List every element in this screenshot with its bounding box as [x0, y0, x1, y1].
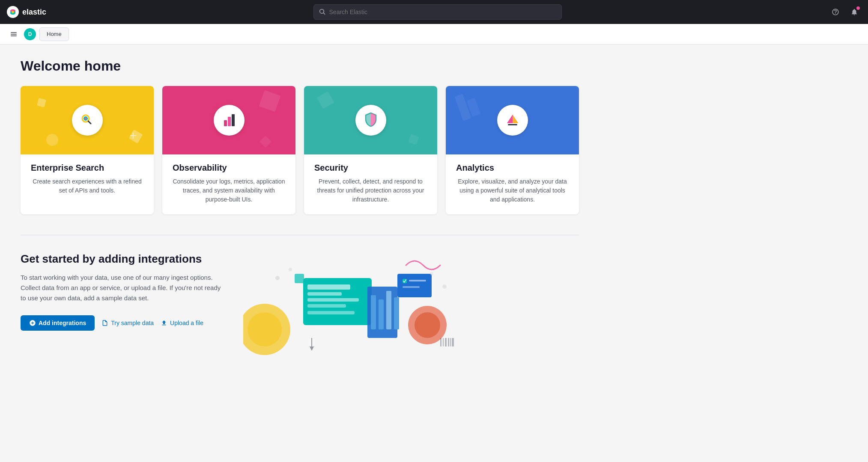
upload-icon: [161, 320, 167, 326]
svg-rect-22: [307, 311, 355, 314]
svg-point-46: [430, 272, 433, 275]
security-icon: [362, 111, 380, 129]
svg-rect-11: [232, 114, 235, 126]
hamburger-icon: [10, 30, 18, 38]
svg-point-3: [12, 11, 14, 13]
svg-point-7: [84, 118, 87, 120]
enterprise-search-icon-circle: [72, 105, 103, 136]
search-icon: [319, 9, 326, 15]
security-desc: Prevent, collect, detect, and respond to…: [314, 177, 427, 204]
search-bar-wrapper: [53, 4, 822, 20]
svg-rect-25: [379, 299, 384, 329]
svg-point-43: [275, 276, 280, 280]
security-icon-circle: [355, 105, 386, 136]
product-card-security[interactable]: Security Prevent, collect, detect, and r…: [304, 86, 437, 214]
enterprise-search-body: Enterprise Search Create search experien…: [21, 154, 154, 205]
analytics-body: Analytics Explore, visualize, and analyz…: [446, 154, 579, 214]
help-button[interactable]: [829, 5, 842, 19]
try-sample-data-button[interactable]: Try sample data: [101, 320, 154, 326]
product-card-analytics[interactable]: Analytics Explore, visualize, and analyz…: [446, 86, 579, 214]
card-image-security: [304, 86, 437, 154]
search-input[interactable]: [329, 9, 556, 15]
svg-point-33: [415, 312, 440, 338]
help-icon: [832, 8, 839, 16]
svg-rect-21: [307, 304, 346, 308]
card-image-analytics: [446, 86, 579, 154]
integrations-text: Get started by adding integrations To st…: [21, 252, 226, 331]
app-header: elastic: [0, 0, 868, 24]
elastic-logo[interactable]: elastic: [7, 6, 46, 18]
integrations-title: Get started by adding integrations: [21, 252, 226, 266]
svg-rect-24: [371, 295, 376, 329]
svg-marker-35: [310, 346, 314, 351]
upload-file-button[interactable]: Upload a file: [161, 320, 203, 326]
svg-point-45: [442, 284, 447, 289]
svg-rect-42: [452, 338, 454, 346]
integrations-illustration: [243, 252, 579, 357]
add-integrations-button[interactable]: Add integrations: [21, 315, 95, 331]
document-icon: [101, 320, 108, 326]
svg-rect-26: [386, 291, 391, 329]
observability-body: Observability Consolidate your logs, met…: [162, 154, 295, 214]
svg-rect-27: [394, 297, 399, 329]
security-body: Security Prevent, collect, detect, and r…: [304, 154, 437, 214]
observability-title: Observability: [173, 163, 285, 173]
logo-text: elastic: [22, 8, 46, 17]
svg-point-16: [248, 312, 282, 346]
integrations-actions: Add integrations Try sample data Upload …: [21, 315, 226, 331]
svg-rect-41: [450, 338, 451, 346]
card-image-enterprise: +: [21, 86, 154, 154]
elastic-logo-icon: [7, 6, 19, 18]
observability-desc: Consolidate your logs, metrics, applicat…: [173, 177, 285, 204]
security-title: Security: [314, 163, 427, 173]
svg-rect-34: [295, 274, 304, 283]
svg-rect-38: [443, 338, 444, 346]
product-card-observability[interactable]: Observability Consolidate your logs, met…: [162, 86, 295, 214]
notification-badge-dot: [856, 6, 860, 10]
svg-point-44: [289, 268, 292, 271]
main-content: Welcome home +: [0, 44, 600, 370]
header-actions: [829, 5, 861, 19]
user-avatar[interactable]: D: [24, 28, 36, 40]
section-divider: [21, 235, 579, 235]
analytics-icon-circle: [497, 105, 528, 136]
add-circle-icon: [29, 320, 36, 326]
analytics-title: Analytics: [456, 163, 569, 173]
svg-rect-31: [403, 286, 420, 288]
tab-bar: D Home: [0, 24, 868, 44]
svg-rect-19: [307, 292, 342, 296]
svg-rect-9: [224, 120, 227, 126]
integrations-desc: To start working with your data, use one…: [21, 272, 226, 303]
enterprise-search-desc: Create search experiences with a refined…: [31, 177, 143, 195]
plus-deco: +: [130, 129, 137, 142]
svg-rect-14: [508, 124, 517, 125]
svg-rect-20: [307, 298, 359, 302]
svg-marker-13: [513, 115, 518, 123]
svg-rect-30: [409, 280, 426, 281]
svg-rect-37: [440, 338, 441, 346]
observability-icon-circle: [214, 105, 245, 136]
analytics-desc: Explore, visualize, and analyze your dat…: [456, 177, 569, 204]
svg-rect-40: [448, 338, 449, 346]
search-bar[interactable]: [313, 4, 562, 20]
svg-rect-39: [445, 338, 447, 346]
product-cards-grid: + Enterprise Search Create search experi…: [21, 86, 579, 214]
menu-toggle-button[interactable]: [7, 27, 21, 41]
notifications-button[interactable]: [847, 5, 861, 19]
observability-icon: [221, 112, 238, 129]
analytics-icon: [504, 111, 522, 129]
svg-rect-10: [228, 117, 231, 126]
page-title: Welcome home: [21, 58, 579, 74]
enterprise-search-title: Enterprise Search: [31, 163, 143, 173]
tab-home[interactable]: Home: [39, 27, 69, 41]
svg-rect-28: [397, 274, 432, 297]
svg-rect-18: [307, 284, 350, 290]
svg-point-4: [78, 111, 97, 130]
integrations-svg: [243, 252, 457, 355]
enterprise-search-icon: [78, 111, 97, 130]
product-card-enterprise-search[interactable]: + Enterprise Search Create search experi…: [21, 86, 154, 214]
integrations-section: Get started by adding integrations To st…: [21, 252, 579, 357]
card-image-observability: [162, 86, 295, 154]
